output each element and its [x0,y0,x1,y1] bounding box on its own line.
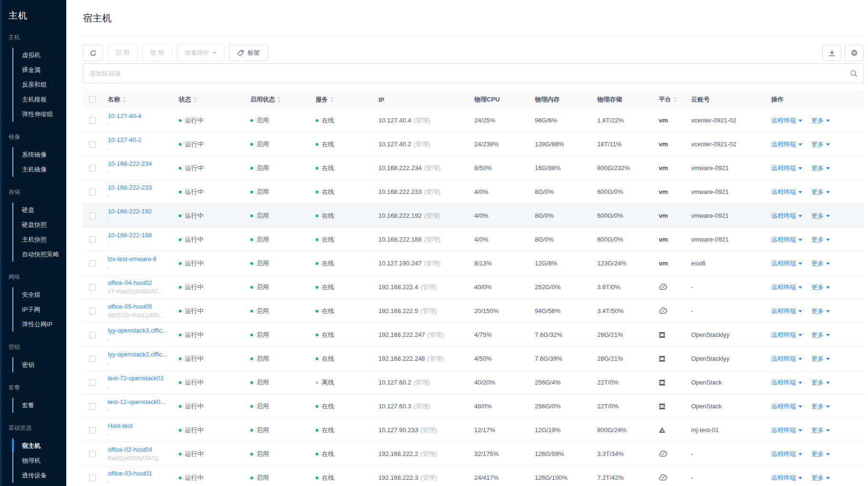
row-checkbox[interactable] [89,427,96,434]
column-header[interactable]: 状态 [174,95,245,104]
row-checkbox[interactable] [89,141,96,148]
column-header[interactable]: 名称 [103,95,174,104]
row-checkbox[interactable] [89,379,96,386]
remote-terminal-link[interactable]: 远程终端 [771,283,802,292]
remote-terminal-link[interactable]: 远程终端 [771,259,802,268]
host-name-link[interactable]: lyy-openstack2.offic... [108,350,167,358]
column-header[interactable]: 启用状态 [245,95,311,104]
refresh-button[interactable] [83,45,103,61]
filter-input[interactable] [83,63,864,83]
more-actions-link[interactable]: 更多 [811,235,830,244]
remote-terminal-link[interactable]: 远程终端 [771,331,802,339]
remote-terminal-link[interactable]: 远程终端 [771,474,802,482]
host-name-link[interactable]: test-72-openstack01 [108,374,164,382]
remote-terminal-link[interactable]: 远程终端 [771,164,802,172]
remote-terminal-link[interactable]: 远程终端 [771,212,802,220]
sort-icon[interactable] [673,96,677,103]
sidebar-item[interactable]: 自动快照策略 [13,247,66,262]
sort-icon[interactable] [330,96,334,103]
more-actions-link[interactable]: 更多 [811,402,830,411]
sidebar-item[interactable]: 透传设备 [13,468,66,483]
remote-terminal-link[interactable]: 远程终端 [771,235,802,244]
host-name-link[interactable]: 10-168-222-192 [108,207,152,215]
select-all-checkbox[interactable] [89,96,96,103]
more-actions-link[interactable]: 更多 [811,212,830,220]
row-checkbox[interactable] [89,284,96,291]
sort-icon[interactable] [193,96,197,103]
remote-terminal-link[interactable]: 远程终端 [771,402,802,411]
more-actions-link[interactable]: 更多 [811,259,830,268]
sidebar-item[interactable]: 主机模板 [13,92,66,107]
host-name-link[interactable]: office-02-host04 [108,446,159,454]
remote-terminal-link[interactable]: 远程终端 [771,188,802,196]
settings-button[interactable]: ⚙ [845,45,864,61]
row-checkbox[interactable] [89,236,96,243]
row-checkbox[interactable] [89,165,96,172]
host-name-link[interactable]: 10-127-40-2 [108,136,142,144]
export-button[interactable] [822,45,841,61]
more-actions-link[interactable]: 更多 [811,354,830,363]
search-icon[interactable] [850,70,858,78]
more-actions-link[interactable]: 更多 [811,426,830,435]
sidebar-item[interactable]: 裸金属 [13,62,66,77]
remote-terminal-link[interactable]: 远程终端 [771,426,802,435]
row-checkbox[interactable] [89,403,96,410]
tag-button[interactable]: 标签 [229,45,268,61]
host-name-link[interactable]: lyy-openstack3.offic... [108,326,167,334]
more-actions-link[interactable]: 更多 [811,164,830,172]
sidebar-item[interactable]: 物理机 [13,453,66,468]
sidebar-item[interactable]: IP子网 [13,302,66,317]
enable-button[interactable]: 启 用 [107,45,138,61]
row-checkbox[interactable] [89,189,96,195]
more-actions-link[interactable]: 更多 [811,116,830,125]
column-header[interactable]: 平台 [654,95,686,104]
disable-button[interactable]: 禁 用 [142,45,173,61]
row-checkbox[interactable] [89,332,96,338]
more-actions-link[interactable]: 更多 [811,450,830,458]
sidebar-item[interactable]: 主机快照 [13,232,66,247]
more-actions-link[interactable]: 更多 [811,307,830,315]
column-header[interactable]: 服务 [311,95,374,104]
row-checkbox[interactable] [89,451,96,457]
row-checkbox[interactable] [89,260,96,267]
remote-terminal-link[interactable]: 远程终端 [771,116,802,125]
more-actions-link[interactable]: 更多 [811,331,830,339]
sidebar-item[interactable]: 弹性公网IP [13,317,66,332]
row-checkbox[interactable] [89,475,96,481]
sidebar-item[interactable]: 硬盘 [13,202,66,217]
more-actions-link[interactable]: 更多 [811,140,830,149]
remote-terminal-link[interactable]: 远程终端 [771,354,802,363]
remote-terminal-link[interactable]: 远程终端 [771,307,802,315]
sort-icon[interactable] [122,96,126,103]
host-name-link[interactable]: 10-168-222-234 [108,160,152,168]
host-name-link[interactable]: 10-127-40-4 [108,112,142,120]
batch-actions-button[interactable]: 批量操作 [176,45,225,61]
host-name-link[interactable]: lzx-test-vmware-6 [108,255,157,263]
sidebar-item[interactable]: 宿主机 [13,438,66,453]
sort-icon[interactable] [277,96,281,103]
host-name-link[interactable]: office-05-host05 [108,303,163,311]
remote-terminal-link[interactable]: 远程终端 [771,450,802,458]
sidebar-item[interactable]: 反亲和组 [13,77,66,92]
sidebar-item[interactable]: 套餐 [13,398,66,413]
host-name-link[interactable]: 10-168-222-188 [108,231,152,239]
sidebar-item[interactable]: 密钥 [13,357,66,372]
remote-terminal-link[interactable]: 远程终端 [771,140,802,149]
host-name-link[interactable]: 10-168-222-233 [108,183,152,192]
remote-terminal-link[interactable]: 远程终端 [771,378,802,387]
sidebar-item[interactable]: 硬盘快照 [13,217,66,232]
more-actions-link[interactable]: 更多 [811,188,830,196]
host-name-link[interactable]: office-04-host02 [108,279,162,287]
host-name-link[interactable]: Host-test [108,422,133,430]
sidebar-item[interactable]: 主机镜像 [13,162,66,177]
sidebar-item[interactable]: 系统镜像 [13,147,66,162]
host-name-link[interactable]: office-03-host01 [108,469,152,477]
sidebar-item[interactable]: 弹性伸缩组 [13,107,66,122]
sidebar-item[interactable]: 安全组 [13,287,66,302]
host-name-link[interactable]: test-12-openstack0... [108,398,165,406]
row-checkbox[interactable] [89,213,96,219]
row-checkbox[interactable] [89,355,96,362]
more-actions-link[interactable]: 更多 [811,378,830,387]
row-checkbox[interactable] [89,117,96,124]
more-actions-link[interactable]: 更多 [811,283,830,292]
